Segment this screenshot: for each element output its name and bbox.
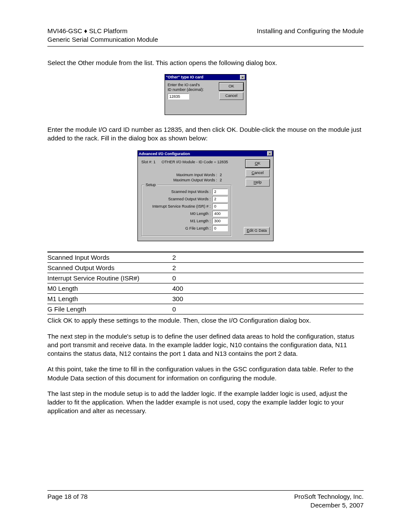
- gfile-label: G File Length :: [145, 226, 212, 230]
- m0-field[interactable]: 400: [212, 211, 228, 217]
- footer-right-1: ProSoft Technology, Inc.: [294, 493, 364, 500]
- max-input-value: 2: [220, 173, 227, 177]
- m0-label: M0 Length :: [145, 212, 212, 216]
- settings-table: Scanned Input Words2 Scanned Output Word…: [47, 252, 364, 314]
- edit-g-data-button[interactable]: Edit G Data: [244, 227, 270, 235]
- header-left-1: MVI46-GSC ♦ SLC Platform: [47, 27, 158, 35]
- gfile-field[interactable]: 0: [212, 225, 228, 231]
- header-right-1: Installing and Configuring the Module: [257, 27, 364, 35]
- setup-legend: Setup: [144, 183, 157, 187]
- paragraph-1: Select the Other module from the list. T…: [47, 59, 364, 67]
- help-button[interactable]: Help: [246, 179, 270, 187]
- m1-label: M1 Length :: [145, 219, 212, 223]
- dialog2-title: Advanced I/O Configuration: [139, 152, 190, 156]
- io-id-input[interactable]: 12835: [168, 93, 189, 100]
- ok-button[interactable]: OK: [246, 160, 270, 168]
- paragraph-2: Enter the module I/O card ID number as 1…: [47, 125, 364, 143]
- max-output-value: 2: [220, 178, 227, 182]
- paragraph-5: At this point, take the time to fill in …: [47, 365, 364, 383]
- table-row: M1 Length300: [47, 294, 364, 304]
- dialog2-titlebar: Advanced I/O Configuration ×: [138, 151, 273, 156]
- footer-right-2: December 5, 2007: [311, 501, 364, 509]
- advanced-io-config-dialog: Advanced I/O Configuration × OK Cancel H…: [137, 150, 274, 241]
- max-output-label: Maximum Output Words :: [173, 178, 220, 182]
- scanned-input-label: Scanned Input Words :: [145, 190, 212, 194]
- dialog1-label-1: Enter the IO card's: [168, 83, 200, 87]
- table-row: G File Length0: [47, 304, 364, 314]
- scanned-output-field[interactable]: 2: [212, 196, 228, 202]
- scanned-output-label: Scanned Output Words :: [145, 197, 212, 201]
- m1-field[interactable]: 300: [212, 218, 228, 224]
- table-row: Interrupt Service Routine (ISR#)0: [47, 273, 364, 283]
- other-type-io-dialog: "Other" type IO card × Enter the IO card…: [165, 74, 246, 115]
- max-input-label: Maximum Input Words :: [176, 173, 220, 177]
- close-icon[interactable]: ×: [267, 151, 272, 156]
- paragraph-4: The next step in the module's setup is t…: [47, 332, 364, 358]
- dialog1-label-2: ID number (decimal):: [168, 87, 204, 92]
- scanned-input-field[interactable]: 2: [212, 189, 228, 195]
- paragraph-6: The last step in the module setup is to …: [47, 389, 364, 416]
- table-row: Scanned Input Words2: [47, 252, 364, 263]
- footer-left: Page 18 of 78: [47, 492, 87, 510]
- cancel-button[interactable]: Cancel: [246, 169, 270, 177]
- dialog1-title: "Other" type IO card: [166, 75, 203, 79]
- close-icon[interactable]: ×: [240, 75, 245, 80]
- isr-field[interactable]: 0: [212, 203, 228, 209]
- page-footer: Page 18 of 78 ProSoft Technology, Inc. D…: [47, 490, 364, 510]
- dialog1-titlebar: "Other" type IO card ×: [165, 75, 246, 80]
- table-row: M0 Length400: [47, 283, 364, 294]
- slot-description: OTHER I/O Module - ID Code = 12835: [162, 160, 228, 164]
- slot-number: Slot #: 1: [141, 160, 156, 164]
- setup-fieldset: Setup Scanned Input Words :2 Scanned Out…: [141, 185, 232, 236]
- header-left-2: Generic Serial Communication Module: [47, 35, 158, 44]
- page-header: MVI46-GSC ♦ SLC Platform Generic Serial …: [47, 27, 364, 47]
- table-row: Scanned Output Words2: [47, 263, 364, 273]
- isr-label: Interrupt Service Routine (ISR) # :: [145, 204, 212, 208]
- ok-button[interactable]: OK: [219, 83, 243, 90]
- cancel-button[interactable]: Cancel: [219, 92, 243, 100]
- paragraph-3: Click OK to apply these settings to the …: [47, 316, 364, 325]
